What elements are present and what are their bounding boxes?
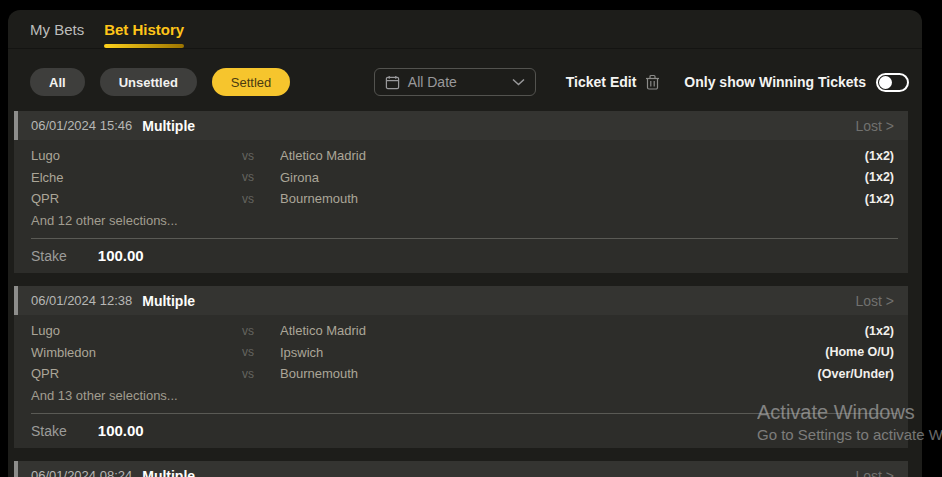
vs-label: vs (242, 192, 280, 206)
market-label: (1x2) (865, 149, 894, 163)
selection-row: Lugo vs Atletico Madrid (1x2) (14, 320, 908, 342)
date-filter-dropdown[interactable]: All Date (374, 68, 536, 96)
bet-datetime: 06/01/2024 08:24 (31, 468, 132, 477)
bet-card: 06/01/2024 08:24 Multiple Lost > (14, 461, 908, 477)
bet-status-link[interactable]: Lost > (855, 468, 894, 477)
selection-row: Wimbledon vs Ipswich (Home O/U) (14, 342, 908, 364)
home-team: Lugo (31, 323, 242, 338)
winning-tickets-toggle[interactable] (876, 73, 909, 92)
winning-filter-group: Only show Winning Tickets (684, 73, 909, 92)
bet-status-link[interactable]: Lost > (855, 118, 894, 134)
vs-label: vs (242, 345, 280, 359)
bet-card: 06/01/2024 12:38 Multiple Lost > Lugo vs… (14, 286, 908, 448)
market-label: (Home O/U) (825, 345, 894, 359)
bet-card-body: Lugo vs Atletico Madrid (1x2) Wimbledon … (14, 315, 908, 448)
bet-card-header[interactable]: 06/01/2024 08:24 Multiple Lost > (14, 461, 908, 477)
vs-label: vs (242, 149, 280, 163)
stake-row: Stake 100.00 (14, 239, 908, 273)
vs-label: vs (242, 367, 280, 381)
more-selections: And 13 other selections... (14, 385, 908, 407)
only-winning-label: Only show Winning Tickets (684, 74, 866, 90)
stake-row: Stake 100.00 (14, 414, 908, 448)
more-selections: And 12 other selections... (14, 210, 908, 232)
market-label: (1x2) (865, 170, 894, 184)
filter-settled-button[interactable]: Settled (212, 68, 290, 96)
selection-row: QPR vs Bournemouth (1x2) (14, 188, 908, 210)
ticket-edit-group: Ticket Edit (566, 74, 661, 90)
selection-row: Elche vs Girona (1x2) (14, 167, 908, 189)
filter-bar: All Unsettled Settled All Date Ticket Ed… (8, 68, 922, 96)
bet-type: Multiple (142, 293, 195, 309)
away-team: Atletico Madrid (280, 323, 865, 338)
card-accent-bar (14, 111, 18, 140)
bet-type: Multiple (142, 118, 195, 134)
date-filter-value: All Date (408, 74, 457, 90)
card-accent-bar (14, 461, 18, 477)
stake-value: 100.00 (98, 247, 144, 264)
tab-bet-history[interactable]: Bet History (104, 10, 184, 48)
ticket-edit-label: Ticket Edit (566, 74, 637, 90)
vs-label: vs (242, 324, 280, 338)
bet-card: 06/01/2024 15:46 Multiple Lost > Lugo vs… (14, 111, 908, 273)
away-team: Atletico Madrid (280, 148, 865, 163)
filter-all-button[interactable]: All (30, 68, 85, 96)
bet-history-panel: My Bets Bet History All Unsettled Settle… (8, 10, 922, 477)
vs-label: vs (242, 170, 280, 184)
away-team: Bournemouth (280, 191, 865, 206)
bet-card-header[interactable]: 06/01/2024 15:46 Multiple Lost > (14, 111, 908, 140)
bet-type: Multiple (142, 468, 195, 477)
home-team: Lugo (31, 148, 242, 163)
trash-icon[interactable] (645, 74, 660, 90)
away-team: Ipswich (280, 345, 825, 360)
home-team: Wimbledon (31, 345, 242, 360)
stake-value: 100.00 (98, 422, 144, 439)
market-label: (Over/Under) (818, 367, 894, 381)
selection-row: QPR vs Bournemouth (Over/Under) (14, 363, 908, 385)
bet-card-header[interactable]: 06/01/2024 12:38 Multiple Lost > (14, 286, 908, 315)
market-label: (1x2) (865, 324, 894, 338)
calendar-icon (385, 75, 400, 90)
home-team: QPR (31, 366, 242, 381)
away-team: Girona (280, 170, 865, 185)
bet-status-link[interactable]: Lost > (855, 293, 894, 309)
tab-my-bets[interactable]: My Bets (30, 10, 84, 48)
selection-row: Lugo vs Atletico Madrid (1x2) (14, 145, 908, 167)
market-label: (1x2) (865, 192, 894, 206)
stake-label: Stake (31, 423, 67, 439)
bet-list: 06/01/2024 15:46 Multiple Lost > Lugo vs… (14, 111, 908, 477)
stake-label: Stake (31, 248, 67, 264)
bet-card-body: Lugo vs Atletico Madrid (1x2) Elche vs G… (14, 140, 908, 273)
bet-datetime: 06/01/2024 12:38 (31, 293, 132, 308)
tab-bar: My Bets Bet History (8, 10, 922, 49)
filter-unsettled-button[interactable]: Unsettled (100, 68, 197, 96)
home-team: Elche (31, 170, 242, 185)
toggle-knob (879, 76, 892, 89)
away-team: Bournemouth (280, 366, 818, 381)
card-accent-bar (14, 286, 18, 315)
chevron-down-icon (512, 78, 525, 86)
home-team: QPR (31, 191, 242, 206)
bet-datetime: 06/01/2024 15:46 (31, 118, 132, 133)
